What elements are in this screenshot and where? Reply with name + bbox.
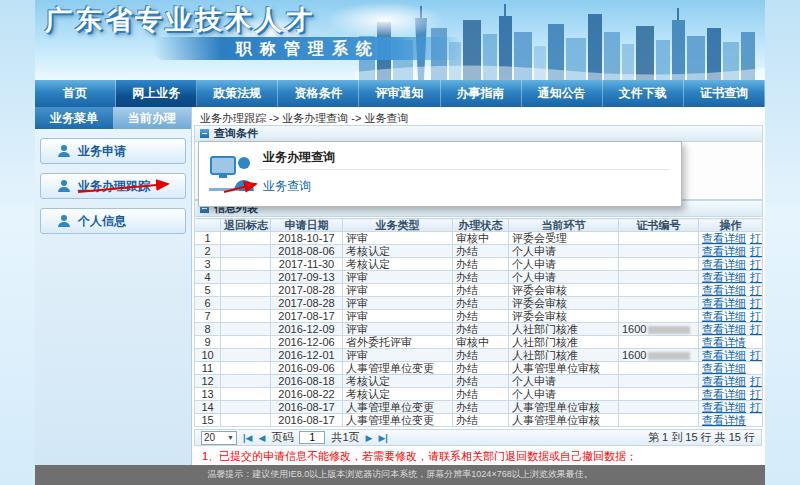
table-row[interactable]: 32017-11-30考核认定办结个人申请查看详细打印 — [195, 258, 763, 271]
column-header: 当前环节 — [509, 219, 619, 232]
op-link[interactable]: 打印 — [750, 245, 763, 257]
op-link[interactable]: 打印 — [750, 297, 763, 309]
op-link[interactable]: 打印 — [750, 323, 763, 335]
table-row[interactable]: 22018-08-06考核认定办结个人申请查看详细打印 — [195, 245, 763, 258]
apply-date-cell: 2016-08-17 — [271, 401, 343, 414]
apply-date-cell: 2016-08-18 — [271, 375, 343, 388]
op-link[interactable]: 查看详情 — [702, 414, 746, 426]
sidebar-menu-item[interactable]: 业务办理跟踪 — [40, 173, 186, 199]
query-section-bar[interactable]: 查询条件 — [194, 125, 763, 142]
apply-date-cell: 2018-10-17 — [271, 232, 343, 245]
op-link[interactable]: 查看详细 — [702, 388, 746, 400]
table-row[interactable]: 92016-12-06省外委托评审审核中人社部门核准查看详情 — [195, 336, 763, 349]
row-index-cell: 8 — [195, 323, 221, 336]
table-row[interactable]: 132016-08-22考核认定办结个人申请查看详细打印 — [195, 388, 763, 401]
business-query-link[interactable]: 业务查询 — [263, 178, 311, 195]
sidebar-tab[interactable]: 当前办理 — [113, 107, 191, 129]
first-page-icon[interactable]: |◀ — [243, 433, 252, 443]
op-link[interactable]: 查看详细 — [702, 349, 746, 361]
op-link[interactable]: 查看详细 — [702, 323, 746, 335]
op-link[interactable]: 查看详细 — [702, 362, 746, 374]
op-link[interactable]: 查看详细 — [702, 401, 746, 413]
table-row[interactable]: 12018-10-17评审审核中评委会受理查看详细打印 — [195, 232, 763, 245]
sidebar-menu-item[interactable]: 业务申请 — [40, 138, 186, 164]
status-cell: 办结 — [453, 310, 509, 323]
op-link[interactable]: 查看详细 — [702, 258, 746, 270]
op-link[interactable]: 打印 — [750, 232, 763, 244]
biz-type-cell: 考核认定 — [343, 245, 453, 258]
op-link[interactable]: 查看详细 — [702, 245, 746, 257]
sidebar-menu-label: 个人信息 — [78, 213, 126, 230]
table-row[interactable]: 42017-09-13评审办结个人申请查看详细打印 — [195, 271, 763, 284]
prev-page-icon[interactable]: ◀ — [258, 433, 265, 443]
table-row[interactable]: 82016-12-09评审办结人社部门核准1600查看详细打印 — [195, 323, 763, 336]
apply-date-cell: 2017-09-13 — [271, 271, 343, 284]
op-link[interactable]: 打印 — [750, 349, 763, 361]
breadcrumb: 业务办理跟踪 -> 业务办理查询 -> 业务查询 — [194, 107, 763, 125]
next-page-icon[interactable]: ▶ — [366, 433, 373, 443]
query-section-label: 查询条件 — [214, 126, 258, 141]
table-row[interactable]: 52017-08-28评审办结评委会审核查看详细打印 — [195, 284, 763, 297]
op-link[interactable]: 打印 — [750, 284, 763, 296]
collapse-icon[interactable] — [200, 129, 209, 138]
operations-cell: 查看详细打印 — [699, 349, 763, 362]
cert-number-cell — [619, 336, 699, 349]
sidebar-tab[interactable]: 业务菜单 — [35, 107, 113, 129]
op-link[interactable]: 查看详细 — [702, 310, 746, 322]
op-link[interactable]: 打印 — [750, 375, 763, 387]
chevron-down-icon: ▼ — [227, 434, 234, 441]
column-header: 证书编号 — [619, 219, 699, 232]
op-link[interactable]: 查看详情 — [702, 336, 746, 348]
table-row[interactable]: 152016-08-17人事管理单位变更办结人事管理单位审核查看详情 — [195, 414, 763, 427]
table-row[interactable]: 142016-08-17人事管理单位变更办结人事管理单位审核查看详细打印 — [195, 401, 763, 414]
page-size-select[interactable]: 20 ▼ — [201, 431, 237, 445]
nav-tab[interactable]: 证书查询 — [684, 80, 765, 107]
status-cell: 办结 — [453, 349, 509, 362]
operations-cell: 查看详细打印 — [699, 258, 763, 271]
person-icon — [57, 214, 71, 228]
nav-tab[interactable]: 办事指南 — [441, 80, 522, 107]
operations-cell: 查看详细打印 — [699, 375, 763, 388]
operations-cell: 查看详细打印 — [699, 245, 763, 258]
cert-number-cell — [619, 401, 699, 414]
op-link[interactable]: 查看详细 — [702, 297, 746, 309]
op-link[interactable]: 打印 — [750, 258, 763, 270]
sidebar-menu-label: 业务申请 — [78, 143, 126, 160]
nav-tab[interactable]: 文件下载 — [603, 80, 684, 107]
table-row[interactable]: 112016-09-06人事管理单位变更办结人事管理单位审核查看详细 — [195, 362, 763, 375]
operations-cell: 查看详细打印 — [699, 284, 763, 297]
page-number-input[interactable] — [299, 431, 325, 444]
step-cell: 人社部门核准 — [509, 323, 619, 336]
sidebar-menu-item[interactable]: 个人信息 — [40, 208, 186, 234]
nav-tab[interactable]: 政策法规 — [197, 80, 278, 107]
biz-type-cell: 评审 — [343, 297, 453, 310]
nav-tab[interactable]: 通知公告 — [522, 80, 603, 107]
table-row[interactable]: 122016-08-18考核认定办结个人申请查看详细打印 — [195, 375, 763, 388]
step-cell: 评委会受理 — [509, 232, 619, 245]
nav-tab[interactable]: 资格条件 — [278, 80, 359, 107]
step-cell: 人事管理单位审核 — [509, 362, 619, 375]
op-link[interactable]: 打印 — [750, 271, 763, 283]
table-row[interactable]: 62017-08-28评审办结评委会审核查看详细打印 — [195, 297, 763, 310]
return-flag-cell — [221, 349, 271, 362]
table-row[interactable]: 102016-12-01评审办结人社部门核准1600查看详细打印 — [195, 349, 763, 362]
row-index-cell: 11 — [195, 362, 221, 375]
last-page-icon[interactable]: ▶| — [378, 433, 387, 443]
table-row[interactable]: 72017-08-17评审办结评委会审核查看详细打印 — [195, 310, 763, 323]
biz-type-cell: 人事管理单位变更 — [343, 414, 453, 427]
op-link[interactable]: 打印 — [750, 401, 763, 413]
column-header: 业务类型 — [343, 219, 453, 232]
nav-tab[interactable]: 首页 — [35, 80, 116, 107]
op-link[interactable]: 查看详细 — [702, 271, 746, 283]
cert-number-cell — [619, 414, 699, 427]
op-link[interactable]: 查看详细 — [702, 284, 746, 296]
op-link[interactable]: 打印 — [750, 310, 763, 322]
step-cell: 人社部门核准 — [509, 349, 619, 362]
row-index-cell: 4 — [195, 271, 221, 284]
op-link[interactable]: 查看详细 — [702, 375, 746, 387]
op-link[interactable]: 查看详细 — [702, 232, 746, 244]
person-icon — [57, 144, 71, 158]
op-link[interactable]: 打印 — [750, 388, 763, 400]
nav-tab[interactable]: 网上业务 — [116, 80, 197, 107]
nav-tab[interactable]: 评审通知 — [359, 80, 440, 107]
